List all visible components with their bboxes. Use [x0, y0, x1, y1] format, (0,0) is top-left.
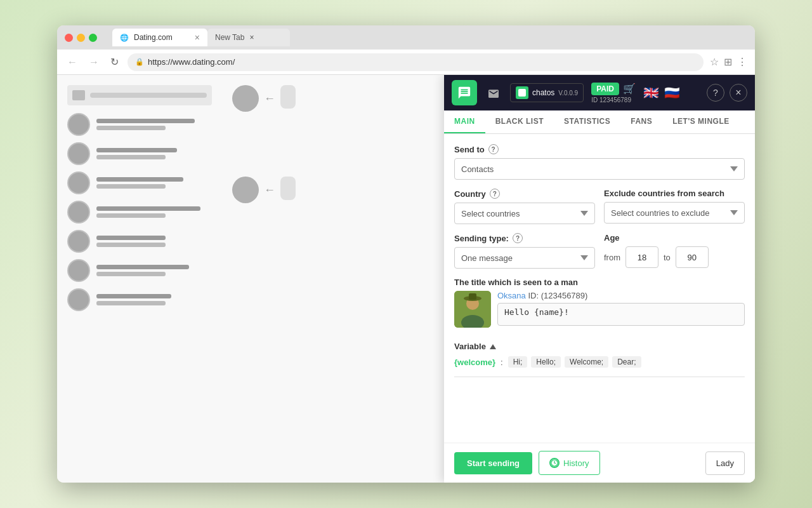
user-list — [67, 113, 212, 311]
browser-tab-dating[interactable]: 🌐 Dating.com × — [112, 29, 207, 46]
extension-popup: chatos V.0.0.9 PAID 🛒 ID 123456789 🇬🇧 🇷🇺 — [444, 75, 755, 483]
divider — [454, 377, 745, 377]
tab2-label: New Tab — [215, 33, 244, 42]
country-field: Country ? Select countries — [454, 189, 595, 224]
variable-values: Hi; Hello; Welcome; Dear; — [508, 356, 641, 368]
arrow-icon: ← — [264, 92, 275, 105]
lady-button[interactable]: Lady — [705, 451, 745, 475]
avatar — [67, 201, 90, 224]
menu-icon[interactable]: ⋮ — [737, 56, 747, 68]
variable-chip-hi: Hi; — [508, 356, 528, 368]
tab-letsmingle[interactable]: LET'S MINGLE — [662, 110, 740, 133]
popup-nav: MAIN BLACK LIST STATISTICS FANS LET'S MI… — [444, 110, 755, 134]
age-to-label: to — [664, 253, 671, 262]
svg-rect-5 — [469, 293, 476, 300]
age-to-input[interactable] — [676, 246, 709, 268]
email-icon[interactable] — [482, 81, 505, 104]
chatos-icon — [516, 86, 528, 99]
variable-row: {welcome} : Hi; Hello; Welcome; Dear; — [454, 356, 745, 368]
list-item — [67, 259, 212, 282]
forward-button[interactable]: → — [86, 54, 102, 70]
sending-type-select[interactable]: One message — [454, 247, 595, 269]
variable-toggle[interactable]: Variable — [454, 342, 745, 351]
tab1-close-icon[interactable]: × — [195, 32, 200, 43]
address-actions: ☆ ⊞ ⋮ — [710, 56, 747, 68]
age-label: Age — [604, 233, 745, 243]
back-button[interactable]: ← — [65, 54, 80, 70]
sender-id: ID: (123456789) — [528, 291, 587, 300]
avatar — [67, 259, 90, 282]
exclude-select[interactable]: Select countries to exclude — [604, 202, 745, 224]
chat-icon — [452, 80, 477, 105]
sender-avatar-img — [454, 291, 491, 328]
history-clock-icon — [549, 458, 560, 468]
traffic-lights — [65, 34, 97, 42]
tab-blacklist[interactable]: BLACK LIST — [485, 110, 554, 133]
address-bar: ← → ↻ 🔒 https://www.dating.com/ ☆ ⊞ ⋮ — [57, 50, 755, 75]
account-id: ID 123456789 — [591, 97, 636, 104]
extensions-icon[interactable]: ⊞ — [724, 56, 732, 68]
country-label: Country ? — [454, 189, 595, 199]
maximize-traffic-light[interactable] — [89, 34, 97, 42]
browser-tab-newtab[interactable]: New Tab × — [207, 29, 290, 46]
lock-icon: 🔒 — [135, 58, 144, 66]
tab-main[interactable]: MAIN — [444, 110, 485, 133]
close-traffic-light[interactable] — [65, 34, 73, 42]
placeholder-square — [72, 90, 85, 100]
send-to-field: Send to ? Contacts — [454, 144, 745, 180]
exclude-label: Exclude countries from search — [604, 189, 745, 198]
chat-bubble — [280, 85, 296, 109]
popup-footer: Start sending History Lady — [444, 443, 755, 483]
age-from-label: from — [604, 253, 620, 262]
minimize-traffic-light[interactable] — [77, 34, 85, 42]
message-input[interactable]: Hello {name}! — [497, 303, 745, 326]
bookmark-icon[interactable]: ☆ — [710, 56, 719, 68]
variable-chip-hello: Hello; — [531, 356, 561, 368]
sending-type-label: Sending type: ? — [454, 233, 595, 243]
tab-fans[interactable]: FANS — [620, 110, 662, 133]
flag-ru-icon[interactable]: 🇷🇺 — [664, 85, 680, 100]
variable-section: Variable {welcome} : Hi; Hello; Welcome;… — [454, 342, 745, 368]
list-item — [67, 230, 212, 253]
help-button[interactable]: ? — [707, 84, 724, 102]
chatos-brand: chatos V.0.0.9 — [510, 83, 584, 102]
page-left-sidebar — [57, 75, 222, 483]
svg-rect-0 — [518, 89, 526, 97]
title-bar: 🌐 Dating.com × New Tab × — [57, 25, 755, 50]
avatar — [232, 85, 259, 112]
title-label: The title which is seen to a man — [454, 277, 745, 287]
close-icon: × — [735, 87, 741, 98]
avatar — [67, 171, 90, 194]
popup-header: chatos V.0.0.9 PAID 🛒 ID 123456789 🇬🇧 🇷🇺 — [444, 75, 755, 110]
list-item — [67, 142, 212, 165]
chat-bubble — [280, 177, 296, 200]
send-to-help-icon[interactable]: ? — [488, 144, 499, 154]
country-select[interactable]: Select countries — [454, 203, 595, 224]
sender-row: Oksana ID: (123456789) Hello {name}! — [454, 291, 745, 328]
tab2-close-icon[interactable]: × — [249, 33, 254, 42]
placeholder-line — [90, 93, 207, 98]
sender-name[interactable]: Oksana ID: (123456789) — [497, 291, 745, 300]
content-area: ← ← — [57, 75, 755, 483]
avatar — [67, 288, 90, 311]
close-button[interactable]: × — [730, 84, 747, 102]
tab-statistics[interactable]: STATISTICS — [554, 110, 620, 133]
list-item — [67, 171, 212, 194]
cart-icon: 🛒 — [623, 83, 636, 95]
age-range: from to — [604, 246, 745, 268]
send-to-select[interactable]: Contacts — [454, 158, 745, 180]
start-sending-button[interactable]: Start sending — [454, 452, 532, 474]
sender-info: Oksana ID: (123456789) Hello {name}! — [497, 291, 745, 328]
variable-chip-dear: Dear; — [612, 356, 641, 368]
variable-chip-welcome: Welcome; — [565, 356, 608, 368]
page-top-bar — [67, 85, 212, 105]
sending-type-help-icon[interactable]: ? — [513, 233, 523, 243]
age-from-input[interactable] — [625, 246, 658, 268]
browser-window: 🌐 Dating.com × New Tab × ← → ↻ 🔒 https:/… — [57, 25, 755, 483]
history-button[interactable]: History — [539, 451, 599, 475]
reload-button[interactable]: ↻ — [108, 53, 121, 70]
country-help-icon[interactable]: ? — [490, 189, 500, 199]
flag-uk-icon[interactable]: 🇬🇧 — [643, 85, 659, 100]
url-bar[interactable]: 🔒 https://www.dating.com/ — [128, 53, 704, 71]
question-icon: ? — [713, 88, 718, 98]
